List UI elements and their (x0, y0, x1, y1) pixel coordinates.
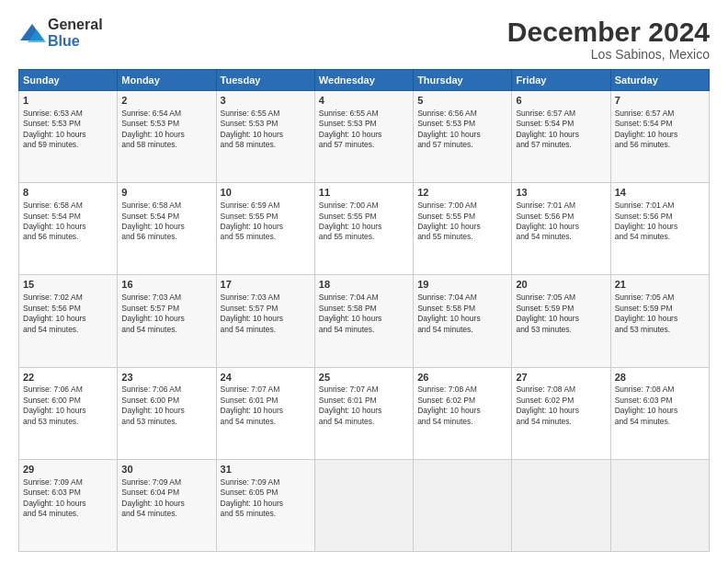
cell-text: Daylight: 10 hours (121, 130, 211, 140)
cell-text: and 54 minutes. (615, 232, 705, 242)
day-number: 1 (23, 94, 113, 108)
cell-text: Sunrise: 7:07 AM (319, 385, 409, 395)
cell-text: Daylight: 10 hours (121, 499, 211, 509)
cell-text: Sunset: 5:53 PM (221, 119, 311, 129)
cell-text: and 54 minutes. (319, 417, 409, 427)
cell-text: Sunrise: 6:58 AM (23, 201, 113, 211)
calendar-week-1: 8Sunrise: 6:58 AMSunset: 5:54 PMDaylight… (19, 183, 710, 275)
cell-text: Sunset: 5:54 PM (516, 119, 606, 129)
logo-blue: Blue (48, 33, 80, 49)
day-number: 14 (615, 186, 705, 200)
day-number: 28 (615, 371, 705, 385)
cell-text: and 54 minutes. (221, 417, 311, 427)
cell-text: Sunset: 5:59 PM (615, 304, 705, 314)
cell-text: Sunrise: 7:09 AM (221, 477, 311, 488)
day-number: 26 (417, 371, 507, 385)
cell-text: and 58 minutes. (221, 140, 311, 150)
cell-text: Sunset: 5:56 PM (615, 212, 705, 222)
calendar-cell: 19Sunrise: 7:04 AMSunset: 5:58 PMDayligh… (414, 275, 512, 367)
day-number: 3 (221, 94, 311, 108)
col-thursday: Thursday (414, 70, 512, 91)
cell-text: Sunrise: 7:06 AM (121, 385, 211, 395)
header: General Blue December 2024 Los Sabinos, … (18, 17, 710, 62)
cell-text: and 53 minutes. (121, 417, 211, 427)
cell-text: Sunrise: 7:04 AM (319, 293, 409, 303)
cell-text: Sunrise: 6:54 AM (121, 109, 211, 119)
cell-text: Daylight: 10 hours (417, 406, 507, 416)
cell-text: Daylight: 10 hours (23, 222, 113, 232)
page: General Blue December 2024 Los Sabinos, … (0, 0, 728, 563)
cell-text: Sunrise: 7:03 AM (121, 293, 211, 303)
cell-text: Sunrise: 7:08 AM (615, 385, 705, 395)
logo-general: General (48, 17, 103, 32)
cell-text: Sunset: 6:02 PM (417, 396, 507, 406)
cell-text: Sunset: 5:53 PM (121, 119, 211, 129)
cell-text: Sunset: 5:56 PM (516, 212, 606, 222)
cell-text: Daylight: 10 hours (23, 314, 113, 324)
day-number: 16 (121, 278, 211, 292)
calendar-cell: 5Sunrise: 6:56 AMSunset: 5:53 PMDaylight… (414, 91, 512, 183)
cell-text: and 53 minutes. (23, 417, 113, 427)
cell-text: Daylight: 10 hours (417, 222, 507, 232)
cell-text: Sunset: 5:53 PM (319, 119, 409, 129)
cell-text: Sunrise: 7:09 AM (121, 477, 211, 488)
cell-text: Daylight: 10 hours (221, 314, 311, 324)
cell-text: Sunrise: 7:03 AM (221, 293, 311, 303)
calendar-cell: 31Sunrise: 7:09 AMSunset: 6:05 PMDayligh… (216, 459, 314, 551)
cell-text: Sunrise: 7:01 AM (516, 201, 606, 211)
col-friday: Friday (512, 70, 610, 91)
day-number: 31 (221, 463, 311, 477)
cell-text: Sunrise: 6:55 AM (319, 109, 409, 119)
calendar-cell (314, 459, 413, 551)
cell-text: Daylight: 10 hours (319, 130, 409, 140)
cell-text: Daylight: 10 hours (516, 406, 606, 416)
cell-text: Sunset: 5:57 PM (221, 304, 311, 314)
calendar-cell: 2Sunrise: 6:54 AMSunset: 5:53 PMDaylight… (118, 91, 216, 183)
cell-text: and 59 minutes. (23, 140, 113, 150)
cell-text: Sunset: 5:55 PM (417, 212, 507, 222)
col-sunday: Sunday (19, 70, 118, 91)
col-monday: Monday (118, 70, 216, 91)
cell-text: and 54 minutes. (516, 232, 606, 242)
cell-text: Sunset: 6:01 PM (221, 396, 311, 406)
cell-text: Daylight: 10 hours (221, 222, 311, 232)
cell-text: and 55 minutes. (319, 232, 409, 242)
calendar-cell: 29Sunrise: 7:09 AMSunset: 6:03 PMDayligh… (19, 459, 118, 551)
location: Los Sabinos, Mexico (507, 47, 710, 62)
cell-text: Sunrise: 7:04 AM (417, 293, 507, 303)
cell-text: and 57 minutes. (417, 140, 507, 150)
cell-text: and 54 minutes. (516, 417, 606, 427)
calendar-cell: 11Sunrise: 7:00 AMSunset: 5:55 PMDayligh… (314, 183, 413, 275)
calendar-week-2: 15Sunrise: 7:02 AMSunset: 5:56 PMDayligh… (19, 275, 710, 367)
cell-text: Sunrise: 6:55 AM (221, 109, 311, 119)
cell-text: and 54 minutes. (417, 417, 507, 427)
cell-text: Sunrise: 7:09 AM (23, 477, 113, 488)
calendar-cell: 25Sunrise: 7:07 AMSunset: 6:01 PMDayligh… (314, 367, 413, 459)
cell-text: Sunset: 5:55 PM (221, 212, 311, 222)
cell-text: Daylight: 10 hours (417, 314, 507, 324)
calendar-cell: 22Sunrise: 7:06 AMSunset: 6:00 PMDayligh… (19, 367, 118, 459)
calendar-cell: 24Sunrise: 7:07 AMSunset: 6:01 PMDayligh… (216, 367, 314, 459)
cell-text: Sunset: 5:56 PM (23, 304, 113, 314)
cell-text: and 56 minutes. (121, 232, 211, 242)
cell-text: Daylight: 10 hours (121, 406, 211, 416)
cell-text: Daylight: 10 hours (516, 222, 606, 232)
cell-text: Sunrise: 6:57 AM (615, 109, 705, 119)
cell-text: Daylight: 10 hours (121, 314, 211, 324)
calendar-cell: 23Sunrise: 7:06 AMSunset: 6:00 PMDayligh… (118, 367, 216, 459)
cell-text: and 55 minutes. (417, 232, 507, 242)
cell-text: Sunset: 5:54 PM (121, 212, 211, 222)
calendar-cell: 18Sunrise: 7:04 AMSunset: 5:58 PMDayligh… (314, 275, 413, 367)
cell-text: Sunrise: 7:07 AM (221, 385, 311, 395)
cell-text: Sunset: 6:01 PM (319, 396, 409, 406)
cell-text: and 54 minutes. (615, 417, 705, 427)
cell-text: Sunrise: 7:02 AM (23, 293, 113, 303)
col-saturday: Saturday (610, 70, 709, 91)
day-number: 13 (516, 186, 606, 200)
col-wednesday: Wednesday (314, 70, 413, 91)
cell-text: Sunrise: 6:56 AM (417, 109, 507, 119)
cell-text: Daylight: 10 hours (23, 130, 113, 140)
day-number: 10 (221, 186, 311, 200)
day-number: 25 (319, 371, 409, 385)
cell-text: and 57 minutes. (516, 140, 606, 150)
